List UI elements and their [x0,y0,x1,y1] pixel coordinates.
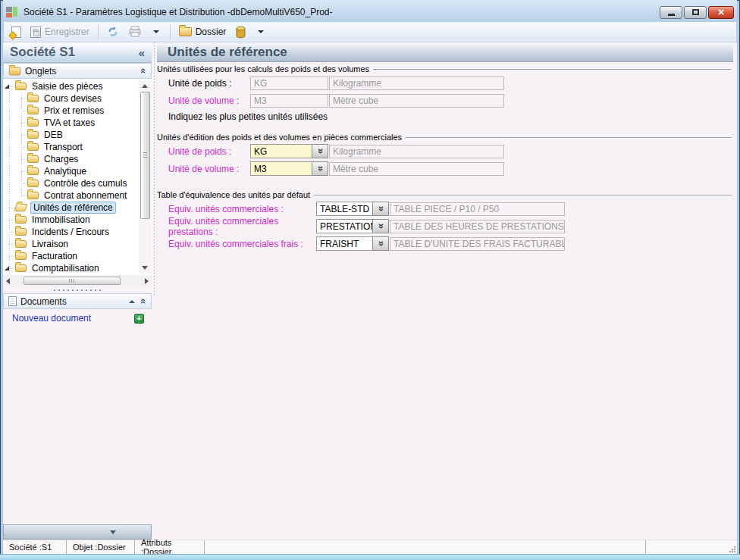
documents-panel-label: Documents [20,296,67,307]
collapse-panel-icon[interactable]: « [138,68,149,74]
tree-item-contrat-abonnement[interactable]: Contrat abonnement [3,189,138,202]
tree-item-cours-devises[interactable]: Cours devises [3,92,138,105]
combo-dropdown-button[interactable]: « [312,144,328,158]
resize-grip-icon[interactable] [729,546,735,552]
form-row-edit-volume: Unité de volume : M3 « Mètre cube [168,161,732,177]
tree-horizontal-scrollbar[interactable] [3,275,152,286]
document-star-icon [11,27,21,38]
scrollbar-thumb[interactable] [24,277,121,285]
edit-volume-combo[interactable]: M3 « [250,161,328,176]
tree-vertical-scrollbar[interactable] [139,80,151,274]
new-document-row: Nouveau document + [3,309,152,326]
tree-item-tva-et-taxes[interactable]: TVA et taxes [3,117,138,129]
double-chevron-down-icon: « [315,149,325,154]
database-options-button[interactable] [252,29,269,35]
combo-value[interactable]: KG [250,144,312,158]
scroll-down-icon[interactable] [142,266,148,270]
folder-icon [27,143,39,151]
tree-item-label: Incidents / Encours [30,227,111,237]
combo-value[interactable]: M3 [250,161,312,176]
expander-icon[interactable] [5,266,9,271]
combo-dropdown-button[interactable]: « [312,161,328,176]
status-end [646,540,737,554]
combo-dropdown-button[interactable]: « [372,202,389,216]
combo-value[interactable]: FRAISHT [316,236,372,251]
tree-item-comptabilisation[interactable]: Comptabilisation [3,262,138,274]
tree-item-transport[interactable]: Transport [3,141,138,153]
refresh-button[interactable] [104,24,122,39]
tree-item-analytique[interactable]: Analytique [3,165,138,177]
status-objet: Objet :Dossier [67,540,135,554]
edit-poids-combo[interactable]: KG « [250,144,328,158]
double-chevron-down-icon: « [315,166,325,171]
minimize-icon [668,14,675,16]
scroll-up-icon[interactable] [142,84,148,88]
combo-dropdown-button[interactable]: « [372,219,389,233]
collapse-sidebar-icon[interactable]: « [139,46,145,59]
field-label: Unité de volume : [168,95,250,106]
tree-item-unites-de-reference[interactable]: Unités de référence [3,202,138,214]
dossier-button[interactable]: Dossier [176,25,230,39]
onglets-panel-header[interactable]: Onglets « [3,63,152,79]
tree-item-label: Unités de référence [30,202,116,214]
sidebar-splitter[interactable] [152,42,157,540]
new-document-link[interactable]: Nouveau document [12,313,91,324]
tree-item-facturation[interactable]: Facturation [3,250,138,262]
scroll-right-icon[interactable] [145,278,149,284]
section-units-edition: Unités d'édition des poids et des volume… [157,133,732,177]
folder-icon [15,228,27,236]
folder-icon [27,119,39,127]
close-button[interactable]: ✕ [708,6,734,19]
combo-value[interactable]: TABLE-STD [316,202,372,216]
collapse-panel-icon[interactable]: « [138,299,149,304]
equiv-frais-combo[interactable]: FRAISHT « [316,236,389,251]
save-button[interactable]: Enregistrer [27,25,92,39]
new-document-button[interactable] [8,25,24,39]
panel-up-icon[interactable] [129,300,135,303]
combo-value[interactable]: PRESTATION [316,219,372,233]
tree-item-label: Prix et remises [42,105,105,116]
scrollbar-thumb[interactable] [140,92,150,219]
print-options-button[interactable] [148,29,165,35]
equiv-prestations-combo[interactable]: PRESTATION « [316,219,389,233]
tree-item-label: Saisie des pièces [30,81,104,92]
tree-item-incidents-encours[interactable]: Incidents / Encours [3,226,138,238]
tree-item-label: Livraison [30,239,70,249]
unit-volume-desc-field: Mètre cube [329,94,504,108]
tree-item-charges[interactable]: Charges [3,153,138,165]
sidebar-title: Société S1 [10,45,75,60]
field-label: Equiv. unités commerciales : [168,204,316,214]
tree-item-deb[interactable]: DEB [3,129,138,141]
field-label: Equiv. unités commerciales frais : [168,239,316,249]
database-button[interactable] [232,24,249,40]
form-row-edit-poids: Unité de poids : KG « Kilogramme [168,143,732,159]
tree-item-saisie-des-pieces[interactable]: Saisie des pièces [3,80,138,92]
equiv-commerciales-combo[interactable]: TABLE-STD « [316,202,389,216]
sidebar-scroll-bar[interactable] [3,524,152,540]
form-row-equiv-frais: Equiv. unités commerciales frais : FRAIS… [168,236,732,252]
app-window: Société S1 - Paramètres Logistique et Di… [0,0,740,560]
scroll-down-icon[interactable] [110,530,116,534]
panel-splitter-handle[interactable] [3,286,152,293]
body: Société S1 « Onglets « Saisie des pièces… [3,42,737,540]
tree-item-livraison[interactable]: Livraison [3,238,138,250]
equiv-frais-desc-field: TABLE D'UNITE DES FRAIS FACTURABLES E [390,237,565,251]
double-chevron-down-icon: « [375,224,385,229]
tree-item-controle-des-cumuls[interactable]: Contrôle des cumuls [3,177,138,189]
form-row-unit-poids: Unité de poids : KG Kilogramme [168,75,732,91]
restore-button[interactable] [684,6,707,19]
tree-item-immobilisation[interactable]: Immobilisation [3,214,138,226]
dossier-label: Dossier [196,27,227,37]
add-document-button[interactable]: + [134,314,144,324]
combo-dropdown-button[interactable]: « [372,236,389,251]
folder-icon [27,192,39,199]
tree-item-label: Analytique [42,166,88,177]
tree-item-prix-et-remises[interactable]: Prix et remises [3,105,138,117]
minimize-button[interactable] [660,6,682,19]
print-button[interactable] [125,24,145,39]
scroll-left-icon[interactable] [6,278,10,284]
documents-panel-header[interactable]: Documents « [3,293,152,309]
save-label: Enregistrer [45,27,89,37]
edit-poids-desc-field: Kilogramme [329,145,504,158]
expander-icon[interactable] [5,84,9,89]
